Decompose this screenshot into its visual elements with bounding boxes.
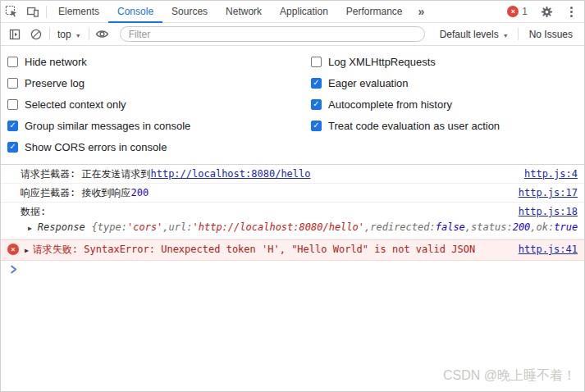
checkbox-autocomplete-history[interactable]: Autocomplete from history	[311, 93, 584, 115]
source-link[interactable]: http.js:41	[507, 243, 578, 256]
issues-counter[interactable]: No Issues	[521, 29, 581, 40]
tab-sources[interactable]: Sources	[162, 1, 217, 23]
preview-token: ok:	[537, 221, 555, 234]
preview-token: ,	[162, 221, 168, 234]
preview-token: redirected:	[370, 221, 435, 234]
clear-console-icon[interactable]	[25, 24, 47, 45]
tab-performance[interactable]: Performance	[337, 1, 412, 23]
log-levels-dropdown[interactable]: Default levels	[433, 29, 515, 40]
checkbox-label: Log XMLHttpRequests	[328, 56, 436, 68]
tab-network[interactable]: Network	[217, 1, 271, 23]
checkbox-label: Preserve log	[25, 77, 85, 89]
prompt-chevron-icon	[9, 265, 18, 274]
console-toolbar: top Default levels No Issues	[1, 23, 584, 46]
checkbox-box[interactable]	[311, 99, 322, 110]
error-text: 请求失败: SyntaxError: Unexpected token 'H',…	[33, 243, 475, 256]
error-badge-icon	[507, 6, 519, 17]
checkbox-group-similar[interactable]: Group similar messages in console	[7, 115, 311, 136]
divider	[49, 28, 50, 40]
tab-application[interactable]: Application	[271, 1, 337, 23]
log-text: 请求拦截器: 正在发送请求到	[21, 167, 150, 180]
console-settings-panel: Hide network Preserve log Selected conte…	[1, 46, 584, 165]
checkbox-label: Hide network	[25, 56, 87, 68]
settings-right-column: Log XMLHttpRequests Eager evaluation Aut…	[311, 51, 584, 157]
checkbox-label: Selected context only	[25, 98, 126, 111]
checkbox-box[interactable]	[7, 142, 18, 153]
preview-token: true	[554, 221, 578, 234]
inspect-element-icon[interactable]	[1, 1, 22, 22]
checkbox-box[interactable]	[311, 78, 322, 89]
live-expression-eye-icon[interactable]	[92, 24, 113, 45]
devtools-window: Elements Console Sources Network Applica…	[0, 0, 585, 392]
status-number: 200	[130, 186, 149, 199]
checkbox-box[interactable]	[7, 78, 18, 89]
expand-arrow-icon[interactable]	[28, 221, 32, 235]
chevron-down-icon	[503, 29, 509, 40]
preview-token: status:	[471, 221, 513, 234]
expand-arrow-icon[interactable]	[25, 243, 29, 258]
checkbox-label: Treat code evaluation as user action	[328, 120, 500, 132]
log-message-response-interceptor: 响应拦截器: 接收到响应 200 http.js:17	[1, 184, 584, 203]
checkbox-show-cors-errors[interactable]: Show CORS errors in console	[7, 136, 311, 157]
kebab-menu-icon[interactable]	[565, 3, 578, 21]
divider	[89, 28, 89, 40]
preview-token: false	[436, 221, 465, 234]
log-text: 响应拦截器: 接收到响应	[21, 186, 130, 199]
devtools-tabbar: Elements Console Sources Network Applica…	[1, 1, 584, 23]
preview-token: 'http://localhost:8080/hello'	[192, 221, 364, 234]
filter-input[interactable]	[120, 26, 425, 42]
preview-token: 'cors'	[127, 221, 162, 234]
checkbox-label: Eager evaluation	[328, 77, 409, 89]
tab-elements[interactable]: Elements	[49, 1, 108, 23]
console-prompt[interactable]	[1, 261, 584, 277]
preview-token: type:	[98, 221, 127, 234]
checkbox-eager-evaluation[interactable]: Eager evaluation	[311, 72, 584, 93]
checkbox-selected-context-only[interactable]: Selected context only	[7, 93, 311, 115]
more-tabs-icon[interactable]: »	[412, 5, 432, 18]
watermark: CSDN @晚上睡不着！	[443, 367, 576, 385]
checkbox-label: Autocomplete from history	[328, 98, 452, 111]
divider	[46, 6, 47, 18]
tab-console[interactable]: Console	[108, 1, 162, 23]
error-message-request-failed: 请求失败: SyntaxError: Unexpected token 'H',…	[1, 239, 584, 261]
console-sidebar-toggle-icon[interactable]	[4, 24, 25, 45]
checkbox-treat-code-eval-user-action[interactable]: Treat code evaluation as user action	[311, 115, 584, 136]
preview-token: {	[92, 221, 98, 234]
checkbox-hide-network[interactable]: Hide network	[7, 51, 311, 72]
source-link[interactable]: http.js:18	[507, 205, 578, 218]
preview-token: 200	[513, 221, 531, 234]
url-link[interactable]: http://localhost:8080/hello	[150, 167, 310, 180]
checkbox-label: Show CORS errors in console	[25, 141, 167, 153]
log-message-request-interceptor: 请求拦截器: 正在发送请求到 http://localhost:8080/hel…	[1, 165, 584, 184]
object-name: Response	[38, 221, 85, 234]
error-count: 1	[522, 6, 528, 17]
log-text: 数据:	[21, 205, 46, 218]
checkbox-preserve-log[interactable]: Preserve log	[7, 72, 311, 93]
checkbox-log-xmlhttprequests[interactable]: Log XMLHttpRequests	[311, 51, 584, 72]
preview-token: ,	[364, 221, 370, 234]
preview-token: ,	[530, 221, 536, 234]
settings-left-column: Hide network Preserve log Selected conte…	[7, 51, 311, 157]
tabbar-right: 1	[507, 1, 584, 22]
checkbox-box[interactable]	[7, 57, 18, 67]
checkbox-box[interactable]	[311, 57, 322, 67]
console-messages: 请求拦截器: 正在发送请求到 http://localhost:8080/hel…	[1, 165, 584, 277]
source-link[interactable]: http.js:17	[507, 186, 578, 199]
checkbox-box[interactable]	[7, 121, 18, 131]
checkbox-box[interactable]	[311, 121, 322, 131]
checkbox-box[interactable]	[7, 99, 18, 110]
settings-gear-icon[interactable]	[536, 1, 557, 22]
log-levels-label: Default levels	[440, 29, 499, 40]
context-selector-value: top	[57, 29, 71, 40]
error-icon	[7, 244, 19, 255]
divider	[518, 28, 519, 40]
device-toolbar-icon[interactable]	[22, 1, 43, 22]
preview-token: ,	[465, 221, 471, 234]
chevron-down-icon	[75, 29, 81, 40]
error-counter[interactable]: 1	[507, 6, 528, 17]
log-message-data-object: 数据: http.js:18 Response { type: 'cors' ,…	[1, 203, 584, 239]
preview-token: url:	[169, 221, 193, 234]
source-link[interactable]: http.js:4	[513, 167, 578, 180]
checkbox-label: Group similar messages in console	[25, 120, 190, 132]
context-selector[interactable]: top	[53, 29, 86, 40]
